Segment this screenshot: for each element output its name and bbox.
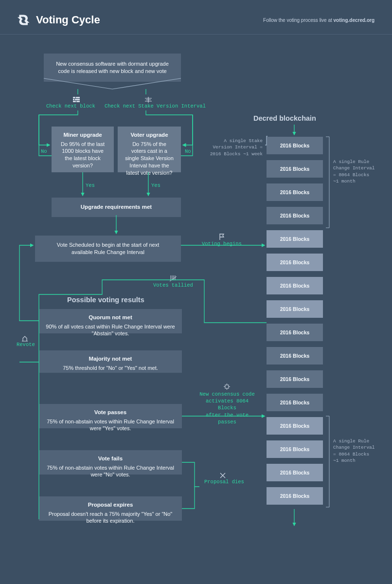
subtitle-link[interactable]: voting.decred.org bbox=[334, 18, 374, 23]
header: Voting Cycle Follow the voting process l… bbox=[0, 0, 392, 35]
decred-logo-icon bbox=[18, 14, 31, 26]
subtitle: Follow the voting process live at voting… bbox=[263, 18, 374, 23]
page-title: Voting Cycle bbox=[36, 14, 100, 26]
connectors bbox=[0, 39, 392, 584]
